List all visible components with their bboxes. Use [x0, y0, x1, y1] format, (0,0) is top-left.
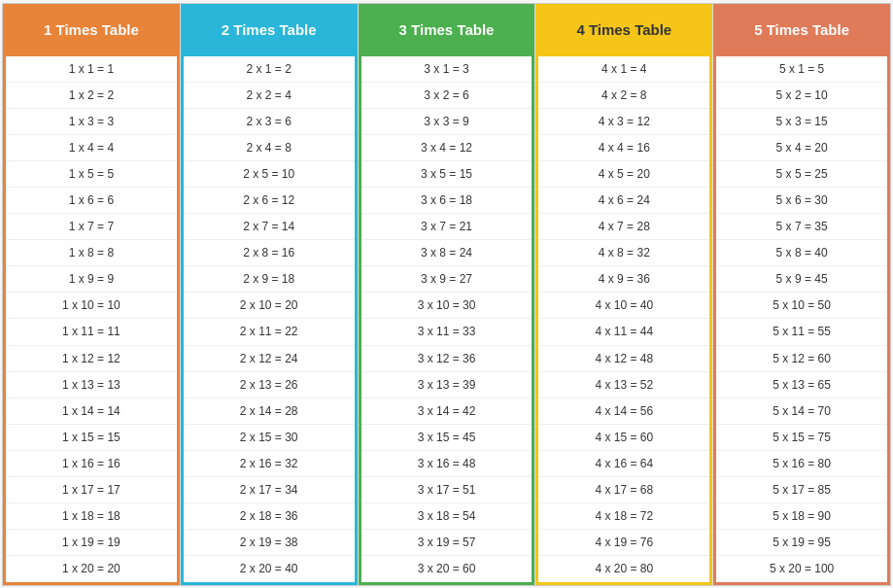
table-row: 2 x 7 = 14 — [184, 214, 355, 240]
table-row: 4 x 6 = 24 — [538, 188, 709, 214]
table-row: 5 x 19 = 95 — [716, 530, 887, 556]
table-row: 4 x 18 = 72 — [538, 503, 709, 530]
table-row: 4 x 16 = 64 — [538, 451, 709, 477]
table-row: 5 x 7 = 35 — [716, 214, 887, 240]
times-tables-container: 1 Times Table1 x 1 = 11 x 2 = 21 x 3 = 3… — [2, 3, 891, 586]
table-row: 5 x 8 = 40 — [716, 240, 887, 266]
table-row: 5 x 12 = 60 — [716, 346, 887, 372]
table-row: 3 x 9 = 27 — [361, 266, 532, 293]
table-row: 4 x 7 = 28 — [538, 214, 709, 240]
table-row: 4 x 14 = 56 — [538, 398, 709, 425]
table-row: 1 x 15 = 15 — [6, 425, 177, 451]
table-row: 2 x 18 = 36 — [184, 503, 355, 530]
table-row: 1 x 5 = 5 — [6, 161, 177, 188]
table-row: 4 x 10 = 40 — [538, 293, 709, 319]
table-row: 5 x 11 = 55 — [716, 319, 887, 345]
table-row: 4 x 1 = 4 — [538, 56, 709, 83]
table-header-1: 1 Times Table — [3, 4, 180, 56]
table-row: 3 x 13 = 39 — [361, 372, 532, 398]
table-body-5: 5 x 1 = 55 x 2 = 105 x 3 = 155 x 4 = 205… — [713, 56, 890, 585]
table-row: 3 x 20 = 60 — [361, 556, 532, 581]
table-row: 2 x 8 = 16 — [184, 240, 355, 266]
table-row: 1 x 16 = 16 — [6, 451, 177, 477]
table-row: 1 x 8 = 8 — [6, 240, 177, 266]
table-row: 5 x 4 = 20 — [716, 135, 887, 161]
table-row: 1 x 18 = 18 — [6, 503, 177, 530]
table-row: 4 x 2 = 8 — [538, 83, 709, 109]
table-row: 3 x 15 = 45 — [361, 425, 532, 451]
table-row: 2 x 6 = 12 — [184, 188, 355, 214]
table-row: 1 x 11 = 11 — [6, 319, 177, 345]
table-row: 1 x 10 = 10 — [6, 293, 177, 319]
table-row: 5 x 2 = 10 — [716, 83, 887, 109]
table-row: 5 x 15 = 75 — [716, 425, 887, 451]
table-row: 2 x 13 = 26 — [184, 372, 355, 398]
table-row: 2 x 5 = 10 — [184, 161, 355, 188]
table-row: 4 x 15 = 60 — [538, 425, 709, 451]
table-row: 1 x 19 = 19 — [6, 530, 177, 556]
table-row: 1 x 12 = 12 — [6, 346, 177, 372]
table-row: 1 x 20 = 20 — [6, 556, 177, 581]
table-body-1: 1 x 1 = 11 x 2 = 21 x 3 = 31 x 4 = 41 x … — [3, 56, 180, 585]
table-row: 2 x 14 = 28 — [184, 398, 355, 425]
table-row: 3 x 5 = 15 — [361, 161, 532, 188]
table-row: 5 x 20 = 100 — [716, 556, 887, 581]
table-row: 4 x 13 = 52 — [538, 372, 709, 398]
table-row: 3 x 3 = 9 — [361, 109, 532, 135]
table-row: 3 x 7 = 21 — [361, 214, 532, 240]
table-row: 4 x 4 = 16 — [538, 135, 709, 161]
table-row: 2 x 2 = 4 — [184, 83, 355, 109]
table-body-4: 4 x 1 = 44 x 2 = 84 x 3 = 124 x 4 = 164 … — [535, 56, 712, 585]
table-row: 2 x 20 = 40 — [184, 556, 355, 581]
table-row: 3 x 2 = 6 — [361, 83, 532, 109]
table-row: 2 x 15 = 30 — [184, 425, 355, 451]
table-row: 1 x 7 = 7 — [6, 214, 177, 240]
table-body-3: 3 x 1 = 33 x 2 = 63 x 3 = 93 x 4 = 123 x… — [359, 56, 535, 585]
table-row: 5 x 6 = 30 — [716, 188, 887, 214]
table-row: 3 x 17 = 51 — [361, 477, 532, 503]
table-row: 4 x 11 = 44 — [538, 319, 709, 345]
table-row: 1 x 1 = 1 — [6, 56, 177, 83]
table-row: 3 x 6 = 18 — [361, 188, 532, 214]
table-row: 1 x 4 = 4 — [6, 135, 177, 161]
table-row: 2 x 11 = 22 — [184, 319, 355, 345]
table-row: 5 x 5 = 25 — [716, 161, 887, 188]
table-body-2: 2 x 1 = 22 x 2 = 42 x 3 = 62 x 4 = 82 x … — [181, 56, 358, 585]
table-row: 4 x 5 = 20 — [538, 161, 709, 188]
table-row: 4 x 20 = 80 — [538, 556, 709, 581]
table-row: 2 x 1 = 2 — [184, 56, 355, 83]
table-header-4: 4 Times Table — [535, 4, 712, 56]
table-row: 3 x 19 = 57 — [361, 530, 532, 556]
table-row: 1 x 17 = 17 — [6, 477, 177, 503]
table-row: 1 x 6 = 6 — [6, 188, 177, 214]
table-row: 2 x 10 = 20 — [184, 293, 355, 319]
table-row: 3 x 14 = 42 — [361, 398, 532, 425]
table-header-3: 3 Times Table — [359, 4, 535, 56]
table-row: 5 x 14 = 70 — [716, 398, 887, 425]
table-col-5: 5 Times Table5 x 1 = 55 x 2 = 105 x 3 = … — [713, 4, 890, 585]
table-row: 3 x 4 = 12 — [361, 135, 532, 161]
table-header-2: 2 Times Table — [181, 4, 358, 56]
table-row: 3 x 1 = 3 — [361, 56, 532, 83]
table-row: 5 x 3 = 15 — [716, 109, 887, 135]
table-row: 3 x 11 = 33 — [361, 319, 532, 345]
table-row: 1 x 14 = 14 — [6, 398, 177, 425]
table-header-5: 5 Times Table — [713, 4, 890, 56]
table-col-2: 2 Times Table2 x 1 = 22 x 2 = 42 x 3 = 6… — [181, 4, 359, 585]
table-row: 3 x 18 = 54 — [361, 503, 532, 530]
table-row: 2 x 16 = 32 — [184, 451, 355, 477]
table-row: 5 x 16 = 80 — [716, 451, 887, 477]
table-col-3: 3 Times Table3 x 1 = 33 x 2 = 63 x 3 = 9… — [359, 4, 536, 585]
table-row: 3 x 8 = 24 — [361, 240, 532, 266]
table-row: 3 x 16 = 48 — [361, 451, 532, 477]
table-row: 2 x 12 = 24 — [184, 346, 355, 372]
table-row: 3 x 12 = 36 — [361, 346, 532, 372]
table-row: 4 x 12 = 48 — [538, 346, 709, 372]
table-row: 2 x 4 = 8 — [184, 135, 355, 161]
table-row: 1 x 13 = 13 — [6, 372, 177, 398]
table-row: 5 x 1 = 5 — [716, 56, 887, 83]
table-row: 5 x 18 = 90 — [716, 503, 887, 530]
table-row: 2 x 3 = 6 — [184, 109, 355, 135]
table-row: 2 x 9 = 18 — [184, 266, 355, 293]
table-row: 5 x 9 = 45 — [716, 266, 887, 293]
